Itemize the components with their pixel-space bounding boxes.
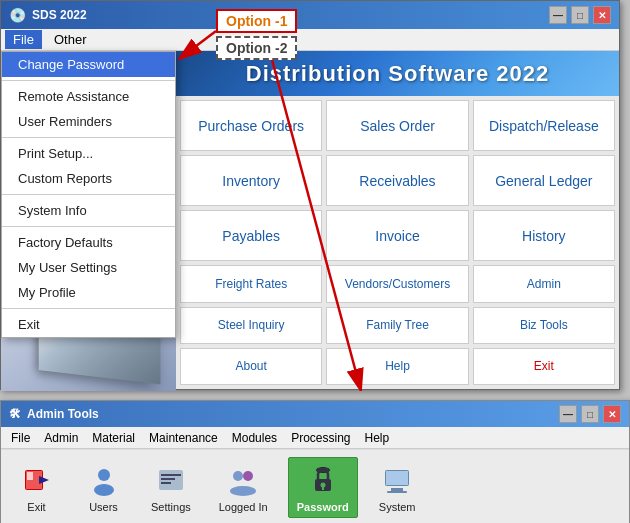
svg-rect-5 bbox=[27, 472, 33, 480]
grid-help[interactable]: Help bbox=[326, 348, 468, 385]
admin-window: 🛠 Admin Tools — □ ✕ File Admin Material … bbox=[0, 400, 630, 523]
admin-menu-help[interactable]: Help bbox=[359, 429, 396, 447]
menu-remote-assistance[interactable]: Remote Assistance bbox=[2, 84, 175, 109]
grid-about[interactable]: About bbox=[180, 348, 322, 385]
option-1-box: Option -1 bbox=[216, 9, 297, 33]
app-icon: 💿 bbox=[9, 7, 26, 23]
main-window: 💿 SDS 2022 — □ ✕ File Other Change Passw… bbox=[0, 0, 620, 390]
system-icon bbox=[379, 462, 415, 498]
toolbar-settings-button[interactable]: Settings bbox=[143, 458, 199, 517]
settings-icon bbox=[153, 462, 189, 498]
admin-minimize-button[interactable]: — bbox=[559, 405, 577, 423]
admin-menu-modules[interactable]: Modules bbox=[226, 429, 283, 447]
close-button[interactable]: ✕ bbox=[593, 6, 611, 24]
svg-point-14 bbox=[243, 471, 253, 481]
svg-rect-10 bbox=[161, 474, 181, 476]
option-2-box: Option -2 bbox=[216, 36, 297, 60]
menu-my-profile[interactable]: My Profile bbox=[2, 280, 175, 305]
toolbar-password-button[interactable]: Password bbox=[288, 457, 358, 518]
grid-vendors-customers[interactable]: Vendors/Customers bbox=[326, 265, 468, 302]
window-title: SDS 2022 bbox=[32, 8, 87, 22]
svg-rect-18 bbox=[322, 486, 324, 490]
separator-4 bbox=[2, 226, 175, 227]
title-bar: 💿 SDS 2022 — □ ✕ bbox=[1, 1, 619, 29]
svg-rect-11 bbox=[161, 478, 175, 480]
admin-menu-maintenance[interactable]: Maintenance bbox=[143, 429, 224, 447]
menu-factory-defaults[interactable]: Factory Defaults bbox=[2, 230, 175, 255]
grid-history[interactable]: History bbox=[473, 210, 615, 261]
admin-menu-processing[interactable]: Processing bbox=[285, 429, 356, 447]
grid-exit[interactable]: Exit bbox=[473, 348, 615, 385]
svg-point-13 bbox=[233, 471, 243, 481]
settings-label: Settings bbox=[151, 501, 191, 513]
svg-rect-23 bbox=[391, 488, 403, 491]
svg-rect-20 bbox=[317, 468, 329, 472]
admin-maximize-button[interactable]: □ bbox=[581, 405, 599, 423]
admin-toolbar: Exit Users Settings bbox=[1, 449, 629, 523]
separator-5 bbox=[2, 308, 175, 309]
grid-family-tree[interactable]: Family Tree bbox=[326, 307, 468, 344]
header-text: Distribution Software 2022 bbox=[246, 61, 550, 87]
toolbar-logged-in-button[interactable]: Logged In bbox=[211, 458, 276, 517]
grid-general-ledger[interactable]: General Ledger bbox=[473, 155, 615, 206]
toolbar-users-button[interactable]: Users bbox=[76, 458, 131, 517]
minimize-button[interactable]: — bbox=[549, 6, 567, 24]
admin-close-button[interactable]: ✕ bbox=[603, 405, 621, 423]
menu-system-info[interactable]: System Info bbox=[2, 198, 175, 223]
grid-area: Purchase Orders Sales Order Dispatch/Rel… bbox=[176, 96, 619, 389]
menu-other[interactable]: Other bbox=[46, 30, 95, 49]
logged-in-label: Logged In bbox=[219, 501, 268, 513]
svg-point-8 bbox=[94, 484, 114, 496]
admin-menu-bar: File Admin Material Maintenance Modules … bbox=[1, 427, 629, 449]
maximize-button[interactable]: □ bbox=[571, 6, 589, 24]
toolbar-system-button[interactable]: System bbox=[370, 458, 425, 517]
menu-file[interactable]: File bbox=[5, 30, 42, 49]
separator-3 bbox=[2, 194, 175, 195]
password-icon bbox=[305, 462, 341, 498]
svg-rect-24 bbox=[387, 491, 407, 493]
grid-inventory[interactable]: Inventory bbox=[180, 155, 322, 206]
grid-steel-inquiry[interactable]: Steel Inquiry bbox=[180, 307, 322, 344]
svg-rect-22 bbox=[386, 471, 408, 485]
exit-label: Exit bbox=[27, 501, 45, 513]
menu-custom-reports[interactable]: Custom Reports bbox=[2, 166, 175, 191]
system-label: System bbox=[379, 501, 416, 513]
users-icon bbox=[86, 462, 122, 498]
menu-bar: File Other bbox=[1, 29, 619, 51]
menu-exit[interactable]: Exit bbox=[2, 312, 175, 337]
grid-biz-tools[interactable]: Biz Tools bbox=[473, 307, 615, 344]
admin-menu-material[interactable]: Material bbox=[86, 429, 141, 447]
separator-1 bbox=[2, 80, 175, 81]
admin-icon: 🛠 bbox=[9, 407, 21, 421]
separator-2 bbox=[2, 137, 175, 138]
menu-user-settings[interactable]: My User Settings bbox=[2, 255, 175, 280]
grid-freight-rates[interactable]: Freight Rates bbox=[180, 265, 322, 302]
grid-purchase-orders[interactable]: Purchase Orders bbox=[180, 100, 322, 151]
password-label: Password bbox=[297, 501, 349, 513]
exit-icon bbox=[19, 462, 55, 498]
grid-sales-order[interactable]: Sales Order bbox=[326, 100, 468, 151]
toolbar-exit-button[interactable]: Exit bbox=[9, 458, 64, 517]
main-grid: Purchase Orders Sales Order Dispatch/Rel… bbox=[180, 100, 615, 385]
admin-title: Admin Tools bbox=[27, 407, 99, 421]
svg-point-7 bbox=[98, 469, 110, 481]
users-label: Users bbox=[89, 501, 118, 513]
grid-receivables[interactable]: Receivables bbox=[326, 155, 468, 206]
grid-invoice[interactable]: Invoice bbox=[326, 210, 468, 261]
grid-payables[interactable]: Payables bbox=[180, 210, 322, 261]
svg-point-15 bbox=[230, 486, 256, 496]
menu-print-setup[interactable]: Print Setup... bbox=[2, 141, 175, 166]
svg-marker-6 bbox=[39, 476, 49, 484]
logged-in-icon bbox=[225, 462, 261, 498]
menu-user-reminders[interactable]: User Reminders bbox=[2, 109, 175, 134]
admin-title-bar: 🛠 Admin Tools — □ ✕ bbox=[1, 401, 629, 427]
dropdown-menu: Change Password Remote Assistance User R… bbox=[1, 51, 176, 338]
grid-admin[interactable]: Admin bbox=[473, 265, 615, 302]
menu-change-password[interactable]: Change Password bbox=[2, 52, 175, 77]
admin-menu-file[interactable]: File bbox=[5, 429, 36, 447]
grid-dispatch-release[interactable]: Dispatch/Release bbox=[473, 100, 615, 151]
svg-rect-12 bbox=[161, 482, 171, 484]
admin-menu-admin[interactable]: Admin bbox=[38, 429, 84, 447]
